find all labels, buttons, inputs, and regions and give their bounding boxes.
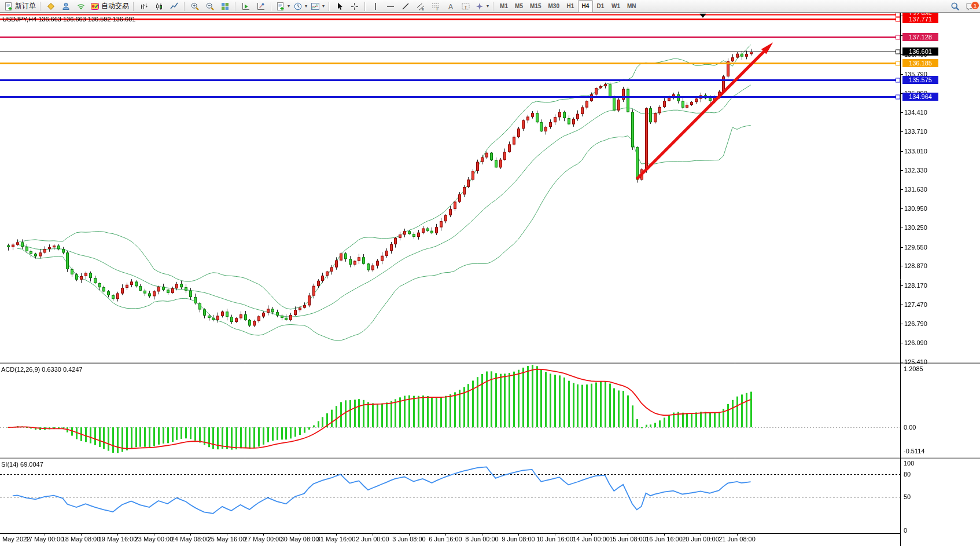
tf-h1-button-label: H1 — [565, 3, 576, 9]
svg-text:E: E — [422, 8, 424, 11]
bar-chart-button[interactable] — [137, 0, 152, 13]
tf-m5-button-label: M5 — [513, 3, 525, 9]
tf-w1-button[interactable]: W1 — [608, 0, 624, 13]
tline-icon — [401, 2, 410, 11]
tf-m30-button-label: M30 — [547, 3, 561, 9]
time-axis-label: 15 Jun 08:00 — [609, 536, 646, 543]
crosshair-button[interactable] — [347, 0, 362, 13]
doc-plus-icon — [276, 2, 285, 11]
chart-bars-icon — [139, 2, 149, 11]
time-axis-label: 30 May 08:00 — [281, 536, 319, 543]
vline-icon — [371, 2, 380, 11]
price-tick-label: 125.410 — [904, 358, 927, 365]
time-axis-label: 24 May 08:00 — [171, 536, 210, 543]
chevron-down-icon: ▾ — [487, 3, 489, 9]
price-level-label: 135.575 — [902, 76, 938, 84]
price-tick-label: 127.470 — [904, 301, 927, 308]
person-blue-icon — [61, 2, 71, 11]
zoom-out-button[interactable] — [202, 0, 218, 13]
channel-icon: E — [416, 2, 425, 11]
tf-d1-button-label: D1 — [595, 3, 606, 9]
tf-m5-button[interactable]: M5 — [511, 0, 526, 13]
candlestick-chart-button[interactable] — [152, 0, 167, 13]
price-tick-label: 133.710 — [904, 128, 927, 135]
horizontal-line-button[interactable] — [383, 0, 398, 13]
tf-h4-button[interactable]: H4 — [578, 0, 593, 13]
text-button[interactable]: A — [443, 0, 458, 13]
search-button[interactable] — [948, 0, 963, 13]
arrows-button[interactable]: ▾ — [473, 0, 491, 13]
time-axis-label: 9 Jun 08:00 — [502, 536, 535, 543]
chart-marker-icon — [256, 2, 266, 11]
toolbar-group — [332, 0, 362, 13]
autotrading-button[interactable]: 自动交易 — [89, 0, 131, 13]
svg-text:A: A — [448, 2, 453, 10]
current-price-label: 136.601 — [902, 47, 938, 56]
macd-scale-label: -0.5114 — [904, 448, 925, 455]
time-axis-label: 23 May 00:00 — [135, 536, 174, 543]
metaeditor-button[interactable] — [43, 0, 58, 13]
fibo-icon: F — [431, 2, 440, 11]
macd-indicator-label: ACD(12,26,9) 0.6330 0.4247 — [1, 366, 83, 373]
chart-canvas[interactable] — [0, 0, 980, 546]
toolbar-group — [238, 0, 268, 13]
toolbar-group: EFAT▾ — [368, 0, 491, 13]
toolbar-separator — [271, 2, 272, 11]
auto-scroll-button[interactable] — [238, 0, 253, 13]
chart-title: USDJPY,H4 136.663 136.663 136.592 136.60… — [2, 16, 135, 23]
svg-text:T: T — [465, 4, 467, 9]
toolbar-separator — [40, 2, 41, 11]
chart-line-icon — [170, 2, 179, 11]
tf-m1-button-label: M1 — [498, 3, 510, 9]
mt4-window: { "toolbar": { "groups": [ {"items":[{"n… — [0, 0, 980, 546]
notifications-button[interactable]: 1 — [963, 0, 978, 13]
time-axis-label: 10 Jun 16:00 — [536, 536, 573, 543]
new-chart-button[interactable]: ▾ — [274, 0, 292, 13]
line-chart-button[interactable] — [167, 0, 182, 13]
tf-d1-button[interactable]: D1 — [593, 0, 608, 13]
toolbar-group — [187, 0, 233, 13]
tf-h1-button[interactable]: H1 — [563, 0, 578, 13]
zoom-in-button[interactable] — [187, 0, 202, 13]
price-tick-label: 130.950 — [904, 205, 927, 212]
time-axis-label: 16 Jun 16:00 — [646, 536, 683, 543]
tf-m1-button[interactable]: M1 — [496, 0, 511, 13]
cursor-button[interactable] — [332, 0, 347, 13]
time-axis-label: 19 May 16:00 — [98, 536, 137, 543]
notification-badge: 1 — [971, 1, 979, 10]
price-tick-label: 133.010 — [904, 148, 927, 155]
tf-m15-button[interactable]: M15 — [526, 0, 544, 13]
macd-scale-label: 0.00 — [904, 424, 916, 431]
trendline-button[interactable] — [398, 0, 413, 13]
toolbar-group: ▾▾▾ — [274, 0, 326, 13]
template-button[interactable]: ▾ — [309, 0, 326, 13]
signals-button[interactable] — [73, 0, 89, 13]
zoom-in-icon — [190, 2, 200, 11]
chart-shift-button[interactable] — [253, 0, 268, 13]
tile-windows-button[interactable] — [218, 0, 233, 13]
price-tick-label: 134.410 — [904, 109, 927, 116]
new-order-button[interactable]: 新订单 — [2, 0, 38, 13]
time-axis-label: 21 Jun 08:00 — [719, 536, 756, 543]
vertical-line-button[interactable] — [368, 0, 383, 13]
time-axis-label: 20 Jun 00:00 — [682, 536, 719, 543]
macd-scale-label: 1.2085 — [904, 365, 923, 372]
price-level-label: 136.185 — [902, 59, 938, 67]
toolbar: 新订单自动交易▾▾▾EFAT▾M1M5M15M30H1H4D1W1MN — [0, 0, 980, 13]
time-axis-label: 2 Jun 00:00 — [356, 536, 389, 543]
tf-mn-button[interactable]: MN — [624, 0, 640, 13]
crosshair-icon — [350, 2, 359, 11]
tf-m30-button[interactable]: M30 — [545, 0, 563, 13]
doc-plus-icon — [4, 2, 13, 11]
equidistant-channel-button[interactable]: E — [413, 0, 428, 13]
price-tick-label: 131.630 — [904, 186, 927, 193]
community-button[interactable] — [58, 0, 73, 13]
price-level-label: 137.771 — [902, 15, 938, 23]
cursor-icon — [335, 2, 344, 11]
price-level-label: 134.964 — [902, 93, 938, 101]
price-tick-label: 129.550 — [904, 244, 927, 251]
profiles-button[interactable]: ▾ — [292, 0, 309, 13]
fibonacci-button[interactable]: F — [428, 0, 443, 13]
tiles-icon — [220, 2, 230, 11]
text-label-button[interactable]: T — [458, 0, 473, 13]
